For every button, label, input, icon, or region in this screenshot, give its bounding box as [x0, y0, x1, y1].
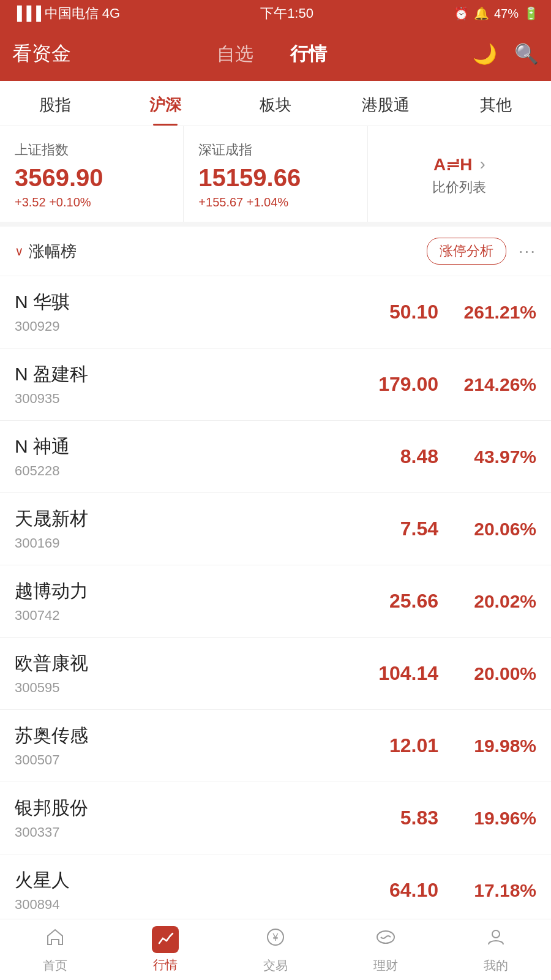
svg-point-4 [492, 930, 500, 938]
section-actions: 涨停分析 ··· [427, 238, 536, 265]
carrier-label: 中国电信 [45, 4, 99, 23]
bottom-nav-market[interactable]: 行情 [110, 919, 220, 980]
stock-name: 天晟新材 [15, 507, 340, 532]
bottom-nav-home[interactable]: 首页 [0, 919, 110, 980]
chevron-down-icon: ∨ [15, 244, 24, 258]
stock-change: 19.98% [438, 736, 536, 756]
stock-change: 20.00% [438, 663, 536, 684]
tab-other[interactable]: 其他 [441, 81, 551, 126]
stock-code: 300595 [15, 680, 340, 696]
header-nav: 自选 行情 [217, 42, 327, 67]
tab-ganggutong[interactable]: 港股通 [331, 81, 441, 126]
stock-name: N 华骐 [15, 290, 340, 315]
more-button[interactable]: ··· [519, 241, 536, 261]
tab-bankuai[interactable]: 板块 [220, 81, 331, 126]
main-content: ∨ 涨幅榜 涨停分析 ··· N 华骐 300929 50.10 261.21%… [0, 227, 551, 980]
stock-change: 261.21% [438, 302, 536, 323]
stock-info: 越博动力 300742 [15, 579, 340, 624]
status-time: 下午1:50 [260, 4, 313, 23]
table-row[interactable]: 天晟新材 300169 7.54 20.06% [0, 493, 551, 565]
stock-name: 银邦股份 [15, 796, 340, 821]
stock-code: 300935 [15, 391, 340, 407]
search-icon[interactable]: 🔍 [514, 42, 539, 66]
status-left: ▐▐▐ 中国电信 4G [12, 4, 120, 23]
index-card-szzhi-title: 深证成指 [198, 141, 352, 159]
mine-icon [485, 926, 507, 954]
stock-price: 5.83 [340, 807, 438, 829]
stock-info: 苏奥传感 300507 [15, 723, 340, 768]
stock-code: 300507 [15, 752, 340, 768]
ath-arrow: › [479, 154, 485, 174]
bottom-nav-home-label: 首页 [43, 957, 67, 974]
table-row[interactable]: 欧普康视 300595 104.14 20.00% [0, 638, 551, 710]
tab-guzhi[interactable]: 股指 [0, 81, 110, 126]
analysis-button[interactable]: 涨停分析 [427, 238, 506, 265]
stock-change: 17.18% [438, 880, 536, 901]
table-row[interactable]: 苏奥传感 300507 12.01 19.98% [0, 710, 551, 782]
status-right: ⏰ 🔔 47% 🔋 [454, 6, 539, 21]
ath-text: A≓H [433, 154, 472, 175]
stock-price: 179.00 [340, 373, 438, 396]
bottom-nav-trade-label: 交易 [263, 957, 288, 974]
index-card-szzhi-change: +155.67 +1.04% [198, 195, 352, 209]
bottom-nav-mine[interactable]: 我的 [441, 919, 551, 980]
bottom-nav: 首页 行情 ¥ 交易 理财 [0, 919, 551, 980]
network-label: 4G [102, 6, 120, 21]
stock-price: 50.10 [340, 301, 438, 323]
battery-label: 47% [494, 7, 519, 21]
index-card-shzhi[interactable]: 上证指数 3569.90 +3.52 +0.10% [0, 126, 184, 222]
finance-icon [375, 926, 397, 954]
table-row[interactable]: N 神通 605228 8.48 43.97% [0, 421, 551, 493]
stock-change: 20.06% [438, 519, 536, 540]
stock-price: 25.66 [340, 590, 438, 612]
index-card-ath[interactable]: A≓H › 比价列表 [368, 126, 551, 222]
signal-icon: ▐▐▐ [12, 6, 41, 21]
section-title: ∨ 涨幅榜 [15, 241, 77, 262]
bottom-nav-finance-label: 理财 [373, 957, 398, 974]
index-card-shzhi-title: 上证指数 [15, 141, 168, 159]
stock-price: 7.54 [340, 518, 438, 540]
stock-price: 12.01 [340, 734, 438, 757]
stock-info: N 神通 605228 [15, 434, 340, 479]
home-icon [44, 926, 66, 954]
stock-name: N 神通 [15, 434, 340, 459]
stock-code: 605228 [15, 463, 340, 479]
app-title[interactable]: 看资金 [12, 40, 71, 67]
index-card-szzhi-value: 15159.66 [198, 164, 352, 192]
stock-code: 300337 [15, 824, 340, 840]
stock-info: N 华骐 300929 [15, 290, 340, 334]
index-card-szzhi[interactable]: 深证成指 15159.66 +155.67 +1.04% [184, 126, 367, 222]
stock-code: 300929 [15, 318, 340, 334]
stock-info: 天晟新材 300169 [15, 507, 340, 551]
market-icon [152, 926, 179, 953]
nav-market[interactable]: 行情 [290, 42, 327, 67]
section-title-text: 涨幅榜 [29, 241, 77, 262]
stock-info: 火星人 300894 [15, 868, 340, 913]
stock-price: 104.14 [340, 662, 438, 685]
status-bar: ▐▐▐ 中国电信 4G 下午1:50 ⏰ 🔔 47% 🔋 [0, 0, 551, 27]
stock-code: 300742 [15, 608, 340, 624]
svg-text:¥: ¥ [272, 932, 279, 943]
header: 看资金 自选 行情 🌙 🔍 [0, 27, 551, 81]
tab-hushen[interactable]: 沪深 [110, 81, 220, 126]
header-actions: 🌙 🔍 [473, 42, 539, 66]
table-row[interactable]: 越博动力 300742 25.66 20.02% [0, 565, 551, 638]
stock-name: 火星人 [15, 868, 340, 893]
trade-icon: ¥ [264, 926, 287, 954]
nav-watchlist[interactable]: 自选 [217, 42, 253, 67]
stock-price: 8.48 [340, 445, 438, 468]
table-row[interactable]: N 盈建科 300935 179.00 214.26% [0, 349, 551, 421]
table-row[interactable]: 银邦股份 300337 5.83 19.96% [0, 782, 551, 854]
stock-name: N 盈建科 [15, 362, 340, 387]
bottom-nav-mine-label: 我的 [484, 957, 508, 974]
stock-change: 214.26% [438, 374, 536, 395]
stock-code: 300169 [15, 535, 340, 551]
stock-info: N 盈建科 300935 [15, 362, 340, 407]
table-row[interactable]: 火星人 300894 64.10 17.18% [0, 854, 551, 926]
bottom-nav-finance[interactable]: 理财 [331, 919, 441, 980]
night-mode-icon[interactable]: 🌙 [473, 42, 497, 66]
bottom-nav-trade[interactable]: ¥ 交易 [220, 919, 331, 980]
battery-icon: 🔋 [523, 6, 539, 21]
stock-info: 银邦股份 300337 [15, 796, 340, 840]
table-row[interactable]: N 华骐 300929 50.10 261.21% [0, 276, 551, 349]
